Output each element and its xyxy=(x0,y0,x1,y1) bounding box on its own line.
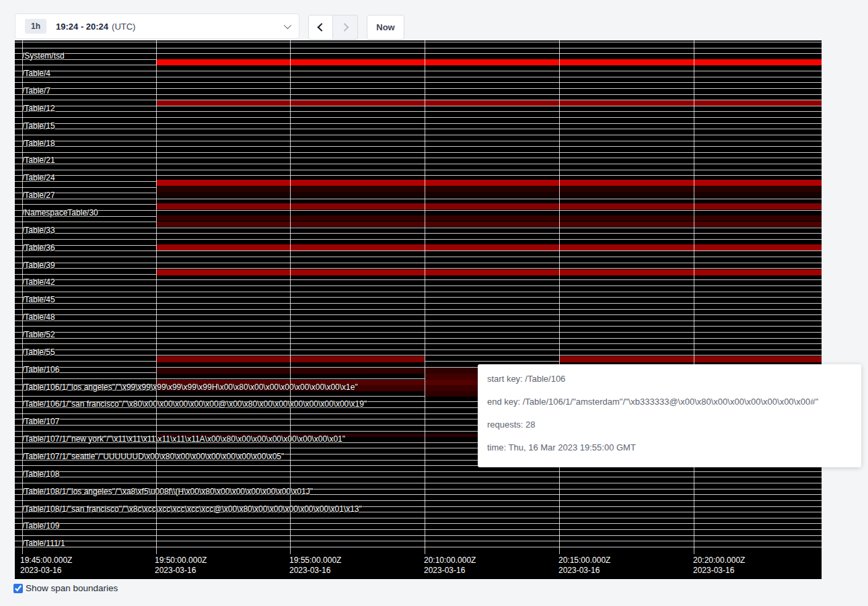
row-label: /Table/24 xyxy=(22,173,55,182)
row-label: /Table/21 xyxy=(22,156,55,165)
time-gridline xyxy=(559,40,560,554)
row-label: /Table/4 xyxy=(22,69,50,78)
row-label: /Table/45 xyxy=(22,295,55,304)
axis-tick-date: 2023-03-16 xyxy=(424,566,476,576)
row-label: /Table/18 xyxy=(22,139,55,148)
show-span-boundaries-checkbox[interactable] xyxy=(13,584,23,593)
row-label: /Table/111/1 xyxy=(22,539,65,548)
row-label: /Table/33 xyxy=(22,226,55,235)
tooltip-line: end key: /Table/106/1/"amsterdam"/"\xb33… xyxy=(487,396,852,407)
show-span-boundaries-label: Show span boundaries xyxy=(26,583,118,593)
row-label: /Table/36 xyxy=(22,243,55,252)
axis-tick: 20:10:00.000Z2023-03-16 xyxy=(424,556,476,576)
row-label: /Table/55 xyxy=(22,347,55,357)
axis-tick-time: 19:55:00.000Z xyxy=(289,556,341,566)
heat-band[interactable] xyxy=(156,203,822,209)
time-nav-group xyxy=(308,15,358,40)
axis-tick-time: 20:15:00.000Z xyxy=(558,556,610,566)
span-boundary-hlines xyxy=(15,42,822,551)
next-interval-button[interactable] xyxy=(333,15,358,40)
heat-band[interactable] xyxy=(156,187,822,192)
chevron-right-icon xyxy=(340,23,349,32)
axis-tick: 19:45:00.000Z2023-03-16 xyxy=(20,556,72,576)
axis-tick-date: 2023-03-16 xyxy=(155,566,207,576)
row-label: /Table/106 xyxy=(22,365,59,374)
row-label: /Table/7 xyxy=(22,86,50,96)
row-label: /Table/12 xyxy=(22,104,55,113)
heat-band[interactable] xyxy=(156,180,822,186)
row-label: /Table/39 xyxy=(22,261,55,270)
row-label: /Table/108/1/"los angeles"/"\xa8\xf5\u00… xyxy=(22,487,313,496)
heat-band[interactable] xyxy=(559,356,822,362)
chevron-down-icon xyxy=(284,22,291,29)
row-label: /Table/106/1/"san francisco"/"\x80\x00\x… xyxy=(22,399,367,409)
axis-tick: 19:50:00.000Z2023-03-16 xyxy=(155,556,207,576)
show-span-boundaries-control[interactable]: Show span boundaries xyxy=(13,583,118,593)
axis-tick-date: 2023-03-16 xyxy=(289,566,341,576)
axis-tick-date: 2023-03-16 xyxy=(20,566,72,576)
row-label: /Table/52 xyxy=(22,330,55,339)
heat-band[interactable] xyxy=(156,100,822,106)
row-label: /Table/42 xyxy=(22,277,55,287)
heat-band[interactable] xyxy=(156,269,822,275)
row-label: /System/tsd xyxy=(22,51,65,61)
row-label: /Table/108/1/"san francisco"/"\x8c\xcc\x… xyxy=(22,504,362,514)
row-label: /Table/48 xyxy=(22,312,55,322)
time-range-text: 19:24 - 20:24 xyxy=(56,22,108,32)
time-gridline xyxy=(156,40,157,554)
heat-band[interactable] xyxy=(156,192,822,197)
row-label: /Table/108 xyxy=(22,469,59,479)
chevron-left-icon xyxy=(318,23,326,32)
heat-band[interactable] xyxy=(156,222,822,228)
previous-interval-button[interactable] xyxy=(308,15,333,40)
row-label: /Table/107/1/"new york"/"\x11\x11\x11\x1… xyxy=(22,434,345,444)
row-label: /Table/109 xyxy=(22,521,59,531)
key-visualizer-canvas[interactable]: /System/tsd/Table/4/Table/7/Table/12/Tab… xyxy=(15,40,822,579)
heat-band[interactable] xyxy=(156,59,822,65)
axis-tick: 19:55:00.000Z2023-03-16 xyxy=(289,556,341,576)
row-label: /Table/15 xyxy=(22,121,55,131)
axis-tick-date: 2023-03-16 xyxy=(693,566,745,576)
time-gridline xyxy=(290,40,291,554)
tooltip-line: requests: 28 xyxy=(487,419,852,430)
duration-badge: 1h xyxy=(25,19,46,34)
row-label: /Table/107 xyxy=(22,417,59,426)
axis-tick-time: 19:50:00.000Z xyxy=(155,556,207,566)
axis-tick-time: 20:20:00.000Z xyxy=(693,556,745,566)
axis-tick-time: 20:10:00.000Z xyxy=(424,556,476,566)
row-label: /NamespaceTable/30 xyxy=(22,208,98,217)
axis-tick: 20:15:00.000Z2023-03-16 xyxy=(558,556,610,576)
timezone-text: (UTC) xyxy=(112,22,135,32)
row-label: /Table/27 xyxy=(22,191,55,200)
hover-tooltip: start key: /Table/106end key: /Table/106… xyxy=(478,364,861,467)
axis-tick-time: 19:45:00.000Z xyxy=(20,556,72,566)
axis-tick: 20:20:00.000Z2023-03-16 xyxy=(693,556,745,576)
row-label: /Table/106/1/"los angeles"/"\x99\x99\x99… xyxy=(22,382,358,392)
axis-tick-date: 2023-03-16 xyxy=(558,566,610,576)
tooltip-line: start key: /Table/106 xyxy=(487,373,852,384)
now-button[interactable]: Now xyxy=(367,15,404,40)
tooltip-line: time: Thu, 16 Mar 2023 19:55:00 GMT xyxy=(487,442,852,453)
row-label: /Table/107/1/"seattle"/"UUUUUUD\x00\x80\… xyxy=(22,452,284,461)
heat-band[interactable] xyxy=(156,244,822,250)
time-gridline xyxy=(425,40,425,554)
heat-band[interactable] xyxy=(156,215,822,222)
time-range-select[interactable]: 1h 19:24 - 20:24 (UTC) xyxy=(15,13,299,39)
time-gridline xyxy=(694,40,694,554)
